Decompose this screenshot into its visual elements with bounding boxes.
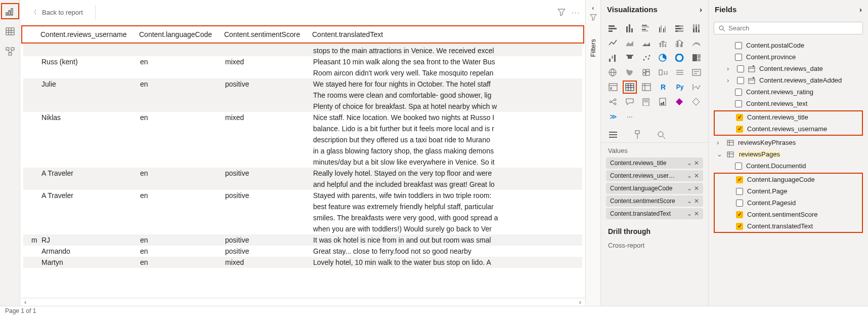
col-header-text[interactable]: Content.translatedText	[312, 30, 575, 38]
filters-pane-collapsed[interactable]: ‹ Filters	[585, 0, 600, 306]
field-item[interactable]: Content.postalCode	[714, 39, 863, 51]
field-item[interactable]: Content.translatedText	[715, 220, 862, 232]
field-table[interactable]: ›reviewsKeyPhrases	[714, 137, 863, 148]
power-automate-icon[interactable]	[689, 95, 704, 108]
qa-visual-icon[interactable]	[623, 95, 637, 108]
multirow-card-icon[interactable]	[606, 81, 620, 94]
table-row[interactable]: description but they offered us a taxi b…	[23, 134, 582, 145]
field-item[interactable]: Content.reviews_username	[715, 123, 862, 135]
scroll-right-icon[interactable]: ›	[579, 298, 581, 306]
col-header-language[interactable]: Content.languageCode	[139, 30, 224, 38]
card-icon[interactable]	[689, 66, 704, 79]
table-row[interactable]: balance. Lido is a bit further but it fe…	[23, 123, 582, 134]
line-clustered-column-icon[interactable]	[673, 36, 687, 50]
value-well[interactable]: Content.languageCode⌄✕	[606, 183, 703, 194]
expand-filters-icon[interactable]: ‹	[592, 4, 594, 12]
value-well[interactable]: Content.reviews_title⌄✕	[606, 157, 703, 169]
collapse-viz-icon[interactable]: ›	[700, 5, 702, 14]
table-row[interactable]: Room aircon didn't work very well. Take …	[23, 67, 582, 78]
report-view-button[interactable]	[1, 3, 19, 19]
field-item[interactable]: Content.Documentid	[714, 160, 863, 172]
table-row[interactable]: MartynenmixedLovely hotel, 10 min walk t…	[23, 257, 582, 268]
table-visual-icon[interactable]	[623, 81, 637, 94]
col-header-sentiment[interactable]: Content.sentimentScore	[224, 30, 312, 38]
horizontal-scrollbar[interactable]: ‹ ›	[20, 298, 585, 306]
data-view-button[interactable]	[1, 23, 19, 39]
area-chart-icon[interactable]	[623, 36, 637, 50]
funnel-icon[interactable]	[623, 51, 637, 64]
value-well[interactable]: Content.translatedText⌄✕	[606, 208, 703, 219]
fields-search[interactable]	[714, 22, 863, 34]
table-row[interactable]: when you are with toddlers!) Would surel…	[23, 223, 582, 234]
stacked-column-icon[interactable]	[623, 22, 637, 35]
azure-map-icon[interactable]: 123	[656, 66, 670, 79]
search-input[interactable]	[728, 24, 858, 32]
field-item[interactable]: Content.province	[714, 51, 863, 63]
matrix-icon[interactable]	[639, 81, 654, 94]
shape-map-icon[interactable]	[639, 66, 654, 79]
key-influencers-icon[interactable]	[689, 81, 704, 94]
table-row[interactable]: ArmandoenpositiveGreat stay... close to …	[23, 246, 582, 257]
col-header-username[interactable]: Content.reviews_username	[40, 30, 139, 38]
field-table[interactable]: ⌄reviewsPages	[714, 148, 863, 160]
field-item[interactable]: Content.sentimentScore	[715, 209, 862, 220]
gauge-icon[interactable]	[673, 66, 687, 79]
table-row[interactable]: in a glass blowing factory shop, the gla…	[23, 145, 582, 156]
get-more-visuals-icon[interactable]: ≫	[606, 110, 620, 123]
line-stacked-column-icon[interactable]	[656, 36, 670, 50]
table-row[interactable]: NiklasenmixedNice staff. Nice location. …	[23, 112, 582, 123]
scatter-icon[interactable]	[639, 51, 654, 64]
pie-chart-icon[interactable]	[656, 51, 670, 64]
py-visual-icon[interactable]: Py	[673, 81, 687, 94]
fields-tab-icon[interactable]	[608, 130, 618, 139]
paginated-report-icon[interactable]	[656, 95, 670, 108]
table-row[interactable]: mRJenpositiveIt was ok hotel is nice fro…	[23, 234, 582, 246]
stacked-area-icon[interactable]	[639, 36, 654, 50]
table-row[interactable]: best feature was extremely friendly help…	[23, 201, 582, 212]
treemap-icon[interactable]	[689, 51, 704, 64]
data-table[interactable]: stops to the main attractions in Venice.…	[23, 45, 582, 298]
table-row[interactable]: The rooms were clean and comfortable- go…	[23, 90, 582, 101]
clustered-bar-icon[interactable]	[639, 22, 654, 35]
line-chart-icon[interactable]	[606, 36, 620, 50]
table-row[interactable]: smiles. The breakfasts were very good, w…	[23, 212, 582, 223]
filter-icon[interactable]	[557, 8, 566, 16]
ribbon-chart-icon[interactable]	[689, 36, 704, 50]
table-row[interactable]: JulieenpositiveWe stayed here for four n…	[23, 78, 582, 90]
model-view-button[interactable]	[1, 44, 19, 60]
smart-narrative-icon[interactable]	[639, 95, 654, 108]
field-item[interactable]: ›Content.reviews_dateAdded	[714, 74, 863, 86]
back-to-report-button[interactable]: 〈 Back to report	[25, 5, 88, 20]
scroll-left-icon[interactable]: ‹	[24, 298, 26, 306]
field-item[interactable]: Content.languageCode	[715, 174, 862, 185]
table-row[interactable]: and helpful and the included breakfast w…	[23, 179, 582, 190]
format-tab-icon[interactable]	[632, 130, 642, 139]
donut-chart-icon[interactable]	[673, 51, 687, 64]
field-item[interactable]: Content.Page	[715, 185, 862, 197]
table-row[interactable]: A TravelerenpositiveReally lovely hotel.…	[23, 168, 582, 179]
analytics-tab-icon[interactable]	[657, 130, 667, 139]
filled-map-icon[interactable]	[623, 66, 637, 79]
r-visual-icon[interactable]: R	[656, 81, 670, 94]
ellipsis-icon[interactable]: ···	[623, 110, 637, 123]
value-well[interactable]: Content.sentimentScore⌄✕	[606, 195, 703, 207]
field-item[interactable]: Content.reviews_text	[714, 98, 863, 109]
table-row[interactable]: Russ (kent)enmixedPleasant 10 min walk a…	[23, 56, 582, 67]
table-row[interactable]: Plenty of choice for breakfast. Spa at h…	[23, 101, 582, 112]
field-item[interactable]: Content.Pagesid	[715, 197, 862, 209]
hundred-bar-icon[interactable]	[673, 22, 687, 35]
stacked-bar-icon[interactable]	[606, 22, 620, 35]
decomposition-tree-icon[interactable]	[606, 95, 620, 108]
waterfall-icon[interactable]	[606, 51, 620, 64]
map-icon[interactable]	[606, 66, 620, 79]
field-item[interactable]: ›Content.reviews_date	[714, 63, 863, 74]
table-row[interactable]: A TravelerenpositiveStayed with parents,…	[23, 190, 582, 201]
power-apps-icon[interactable]	[673, 95, 687, 108]
table-row[interactable]: stops to the main attractions in Venice.…	[23, 45, 582, 56]
field-item[interactable]: Content.reviews_rating	[714, 86, 863, 98]
more-icon[interactable]: ···	[572, 9, 580, 16]
clustered-column-icon[interactable]	[656, 22, 670, 35]
table-row[interactable]: minutes/day but a bit slow like everywhe…	[23, 156, 582, 168]
collapse-fields-icon[interactable]: ›	[859, 5, 862, 14]
field-item[interactable]: Content.reviews_title	[715, 111, 862, 123]
